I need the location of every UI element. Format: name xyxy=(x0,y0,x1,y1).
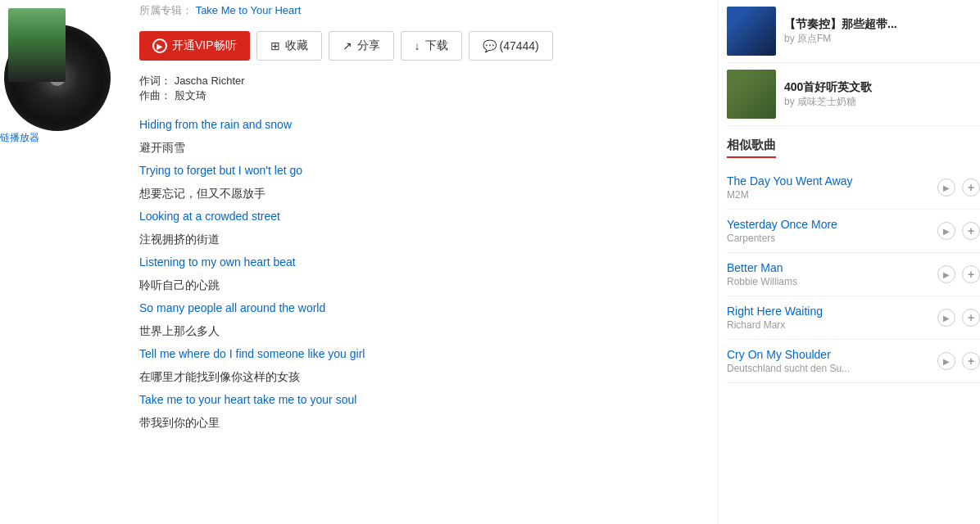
song-controls: ▶ + xyxy=(937,222,980,240)
song-controls: ▶ + xyxy=(937,178,980,196)
lyrics-line-en: Take me to your heart take me to your so… xyxy=(139,388,718,411)
similar-song-artist: M2M xyxy=(727,189,937,201)
song-add-button[interactable]: + xyxy=(962,309,980,327)
right-panel: 【节奏控】那些超带... by 原点FM 400首好听英文歌 by 咸味芝士奶糖… xyxy=(718,0,980,524)
similar-song-title: Cry On My Shoulder xyxy=(727,348,937,361)
playlist-thumb xyxy=(727,70,776,119)
similar-song-info: Right Here Waiting Richard Marx xyxy=(727,305,937,331)
similar-song-item[interactable]: Better Man Robbie Williams ▶ + xyxy=(727,253,980,296)
lyrics-line-en: Hiding from the rain and snow xyxy=(139,113,718,136)
lyricist-line: 作词： Jascha Richter xyxy=(139,74,718,88)
similar-song-title: Better Man xyxy=(727,261,937,274)
share-icon: ↗ xyxy=(343,39,352,52)
action-buttons: ▶ 开通VIP畅听 ⊞ 收藏 ↗ 分享 ↓ 下载 💬 (47444) xyxy=(139,31,718,61)
composer-line: 作曲： 殷文琦 xyxy=(139,88,718,103)
playlist-item-title: 400首好听英文歌 xyxy=(784,79,980,96)
lyrics-line-zh: 注视拥挤的街道 xyxy=(139,228,718,251)
similar-song-info: Yesterday Once More Carpenters xyxy=(727,218,937,244)
lyrics-meta: 作词： Jascha Richter 作曲： 殷文琦 xyxy=(139,74,718,103)
playlist-item-title: 【节奏控】那些超带... xyxy=(784,16,980,33)
similar-song-artist: Robbie Williams xyxy=(727,276,937,287)
playlist-item-info: 【节奏控】那些超带... by 原点FM xyxy=(784,16,980,47)
song-play-button[interactable]: ▶ xyxy=(937,352,955,370)
song-add-button[interactable]: + xyxy=(962,222,980,240)
lyrics-line-zh: 聆听自己的心跳 xyxy=(139,273,718,296)
song-add-button[interactable]: + xyxy=(962,352,980,370)
collect-button[interactable]: ⊞ 收藏 xyxy=(256,31,322,61)
playlist-thumbs: 【节奏控】那些超带... by 原点FM 400首好听英文歌 by 咸味芝士奶糖 xyxy=(727,0,980,126)
download-icon: ↓ xyxy=(415,39,420,52)
song-add-button[interactable]: + xyxy=(962,265,980,283)
lyrics-line-zh: 避开雨雪 xyxy=(139,136,718,159)
lyrics-line-zh: 带我到你的心里 xyxy=(139,411,718,434)
lyrics-line-en: Tell me where do I find someone like you… xyxy=(139,342,718,365)
song-controls: ▶ + xyxy=(937,265,980,283)
collect-icon: ⊞ xyxy=(270,39,280,52)
similar-song-item[interactable]: Right Here Waiting Richard Marx ▶ + xyxy=(727,296,980,340)
song-play-button[interactable]: ▶ xyxy=(937,222,955,240)
similar-song-title: The Day You Went Away xyxy=(727,174,937,187)
similar-song-artist: Carpenters xyxy=(727,233,937,244)
playlist-thumb xyxy=(727,7,776,56)
song-play-button[interactable]: ▶ xyxy=(937,178,955,196)
album-link[interactable]: Take Me to Your Heart xyxy=(196,4,302,16)
playlist-item-info: 400首好听英文歌 by 咸味芝士奶糖 xyxy=(784,79,980,110)
lyrics-section: Hiding from the rain and snow避开雨雪Trying … xyxy=(139,113,718,434)
comment-icon: 💬 xyxy=(483,39,497,52)
album-photo xyxy=(8,8,66,82)
similar-song-artist: Deutschland sucht den Su... xyxy=(727,363,937,374)
similar-song-item[interactable]: Cry On My Shoulder Deutschland sucht den… xyxy=(727,340,980,383)
song-play-button[interactable]: ▶ xyxy=(937,309,955,327)
vip-button[interactable]: ▶ 开通VIP畅听 xyxy=(139,31,250,61)
share-button[interactable]: ↗ 分享 xyxy=(329,31,394,61)
lyrics-line-zh: 在哪里才能找到像你这样的女孩 xyxy=(139,365,718,388)
lyrics-line-zh: 想要忘记，但又不愿放手 xyxy=(139,182,718,205)
vip-play-icon: ▶ xyxy=(152,38,167,53)
song-controls: ▶ + xyxy=(937,352,980,370)
similar-song-info: Cry On My Shoulder Deutschland sucht den… xyxy=(727,348,937,374)
section-divider: 相似歌曲 xyxy=(727,134,980,161)
album-info: 所属专辑： Take Me to Your Heart xyxy=(139,0,718,18)
similar-song-title: Right Here Waiting xyxy=(727,305,937,318)
comment-button[interactable]: 💬 (47444) xyxy=(469,31,553,61)
similar-song-info: Better Man Robbie Williams xyxy=(727,261,937,287)
album-label: 所属专辑： Take Me to Your Heart xyxy=(139,3,718,18)
download-button[interactable]: ↓ 下载 xyxy=(401,31,462,61)
album-art xyxy=(0,0,115,131)
similar-song-artist: Richard Marx xyxy=(727,319,937,331)
chain-link-button[interactable]: 链播放器 xyxy=(0,131,39,145)
similar-song-info: The Day You Went Away M2M xyxy=(727,174,937,201)
song-controls: ▶ + xyxy=(937,309,980,327)
similar-song-item[interactable]: The Day You Went Away M2M ▶ + xyxy=(727,166,980,210)
playlist-item[interactable]: 【节奏控】那些超带... by 原点FM xyxy=(727,0,980,63)
lyrics-line-en: So many people all around the world xyxy=(139,296,718,319)
playlist-item[interactable]: 400首好听英文歌 by 咸味芝士奶糖 xyxy=(727,63,980,126)
playlist-item-author: by 咸味芝士奶糖 xyxy=(784,95,980,109)
similar-song-title: Yesterday Once More xyxy=(727,218,937,231)
similar-section-title: 相似歌曲 xyxy=(727,138,776,158)
similar-song-item[interactable]: Yesterday Once More Carpenters ▶ + xyxy=(727,210,980,253)
similar-songs-list: The Day You Went Away M2M ▶ + Yesterday … xyxy=(727,166,980,383)
lyrics-line-en: Listening to my own heart beat xyxy=(139,251,718,273)
song-play-button[interactable]: ▶ xyxy=(937,265,955,283)
lyrics-line-en: Looking at a crowded street xyxy=(139,205,718,228)
playlist-item-author: by 原点FM xyxy=(784,32,980,46)
lyrics-line-en: Trying to forget but I won't let go xyxy=(139,159,718,182)
song-add-button[interactable]: + xyxy=(962,178,980,196)
lyrics-line-zh: 世界上那么多人 xyxy=(139,319,718,342)
